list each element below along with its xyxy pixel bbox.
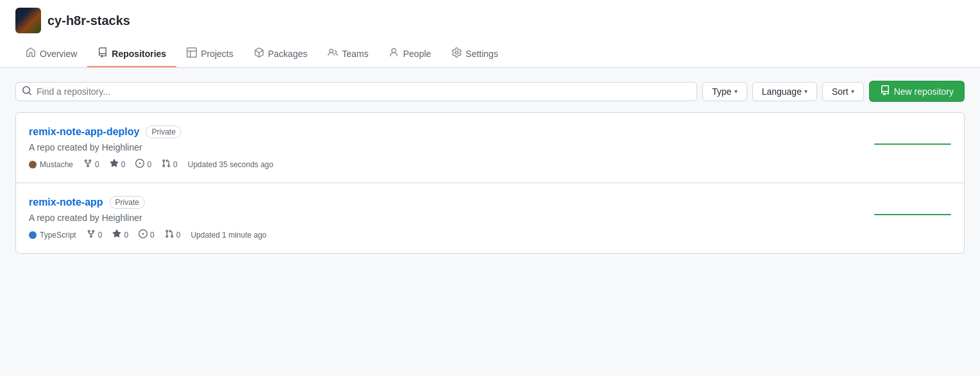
new-repo-icon bbox=[880, 85, 890, 97]
repo-updated: Updated 35 seconds ago bbox=[188, 160, 273, 169]
repo-visibility-badge: Private bbox=[110, 196, 145, 209]
nav-tabs: Overview Repositories Projects Packages bbox=[15, 41, 965, 67]
stars-count: 0 bbox=[121, 160, 126, 169]
table-row: remix-note-app Private A repo created by… bbox=[16, 183, 964, 253]
tab-overview[interactable]: Overview bbox=[15, 41, 87, 67]
tab-projects-label: Projects bbox=[201, 49, 233, 59]
sort-dropdown-button[interactable]: Sort ▾ bbox=[822, 82, 864, 101]
settings-icon bbox=[452, 47, 462, 60]
repo-title-row: remix-note-app Private bbox=[29, 196, 874, 209]
prs-stat: 0 bbox=[162, 159, 178, 170]
repo-activity-graph bbox=[874, 126, 951, 145]
header-bar: cy-h8r-stacks Overview Repositories Proj… bbox=[0, 0, 980, 68]
tab-repositories[interactable]: Repositories bbox=[87, 41, 176, 67]
table-row: remix-note-app-deploy Private A repo cre… bbox=[16, 113, 964, 183]
repo-description: A repo created by Heighliner bbox=[29, 213, 874, 223]
tab-settings[interactable]: Settings bbox=[441, 41, 509, 67]
pr-icon bbox=[162, 159, 171, 170]
issues-count: 0 bbox=[150, 231, 155, 240]
main-nav: Overview Repositories Projects Packages bbox=[15, 41, 965, 67]
org-name: cy-h8r-stacks bbox=[47, 13, 130, 28]
search-input[interactable] bbox=[15, 82, 697, 101]
stars-count: 0 bbox=[124, 231, 128, 240]
repo-language: TypeScript bbox=[29, 231, 76, 240]
fork-icon bbox=[83, 159, 92, 170]
forks-count: 0 bbox=[95, 160, 99, 169]
repo-meta: TypeScript 0 0 bbox=[29, 229, 874, 240]
issues-stat: 0 bbox=[139, 229, 155, 240]
repo-description: A repo created by Heighliner bbox=[29, 142, 874, 152]
language-dropdown-button[interactable]: Language ▾ bbox=[752, 82, 817, 101]
language-chevron-icon: ▾ bbox=[804, 88, 807, 95]
type-label: Type bbox=[712, 86, 731, 97]
issues-icon bbox=[139, 229, 148, 240]
star-icon bbox=[112, 229, 121, 240]
repo-icon bbox=[97, 47, 108, 60]
home-icon bbox=[26, 47, 36, 60]
activity-graph-1 bbox=[874, 126, 951, 145]
search-wrapper bbox=[15, 82, 697, 101]
fork-icon bbox=[87, 229, 96, 240]
activity-line bbox=[874, 143, 951, 145]
activity-line bbox=[874, 214, 951, 215]
pr-icon bbox=[165, 229, 174, 240]
people-icon bbox=[389, 47, 399, 60]
org-avatar-image bbox=[15, 8, 41, 33]
search-icon bbox=[22, 85, 32, 97]
toolbar: Type ▾ Language ▾ Sort ▾ New repository bbox=[15, 81, 965, 102]
repo-info: remix-note-app Private A repo created by… bbox=[29, 196, 874, 240]
sort-chevron-icon: ▾ bbox=[851, 88, 854, 95]
language-name: Mustache bbox=[40, 160, 73, 169]
repo-meta: Mustache 0 0 bbox=[29, 159, 874, 170]
issues-count: 0 bbox=[147, 160, 151, 169]
forks-stat: 0 bbox=[87, 229, 103, 240]
language-color-dot bbox=[29, 161, 37, 168]
prs-count: 0 bbox=[176, 231, 181, 240]
repo-visibility-badge: Private bbox=[146, 126, 181, 138]
tab-packages[interactable]: Packages bbox=[244, 41, 317, 67]
tab-repositories-label: Repositories bbox=[112, 49, 166, 59]
tab-settings-label: Settings bbox=[466, 49, 498, 59]
language-name: TypeScript bbox=[40, 231, 76, 240]
repo-language: Mustache bbox=[29, 160, 73, 169]
prs-stat: 0 bbox=[165, 229, 181, 240]
repo-title-row: remix-note-app-deploy Private bbox=[29, 126, 874, 138]
activity-graph-2 bbox=[874, 196, 951, 215]
type-dropdown-button[interactable]: Type ▾ bbox=[702, 82, 747, 101]
forks-count: 0 bbox=[98, 231, 103, 240]
issues-stat: 0 bbox=[135, 159, 151, 170]
tab-projects[interactable]: Projects bbox=[176, 41, 244, 67]
new-repo-label: New repository bbox=[894, 86, 954, 97]
org-avatar bbox=[15, 8, 41, 33]
type-chevron-icon: ▾ bbox=[734, 88, 738, 95]
teams-icon bbox=[328, 47, 338, 60]
tab-packages-label: Packages bbox=[268, 49, 307, 59]
tab-people-label: People bbox=[403, 49, 431, 59]
packages-icon bbox=[254, 47, 264, 60]
language-label: Language bbox=[762, 86, 802, 97]
repo-name-link[interactable]: remix-note-app bbox=[29, 197, 103, 208]
tab-people[interactable]: People bbox=[378, 41, 441, 67]
tab-teams[interactable]: Teams bbox=[317, 41, 378, 67]
issues-icon bbox=[135, 159, 144, 170]
sort-label: Sort bbox=[832, 86, 849, 97]
new-repository-button[interactable]: New repository bbox=[869, 81, 965, 102]
stars-stat: 0 bbox=[112, 229, 128, 240]
tab-overview-label: Overview bbox=[40, 49, 77, 59]
language-color-dot bbox=[29, 231, 37, 239]
stars-stat: 0 bbox=[110, 159, 126, 170]
star-icon bbox=[110, 159, 119, 170]
tab-teams-label: Teams bbox=[342, 49, 368, 59]
repo-updated: Updated 1 minute ago bbox=[190, 231, 266, 240]
main-content: Type ▾ Language ▾ Sort ▾ New repository … bbox=[0, 68, 980, 266]
org-title-row: cy-h8r-stacks bbox=[15, 8, 965, 41]
forks-stat: 0 bbox=[83, 159, 99, 170]
repo-name-link[interactable]: remix-note-app-deploy bbox=[29, 126, 139, 138]
prs-count: 0 bbox=[173, 160, 178, 169]
repository-list: remix-note-app-deploy Private A repo cre… bbox=[15, 112, 965, 254]
repo-info: remix-note-app-deploy Private A repo cre… bbox=[29, 126, 874, 170]
projects-icon bbox=[187, 47, 197, 60]
repo-activity-graph bbox=[874, 196, 951, 215]
